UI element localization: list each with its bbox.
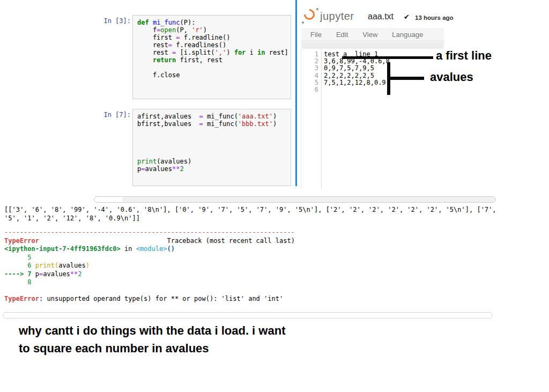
cell-prompt-in3: In [3]: xyxy=(103,17,131,25)
line xyxy=(137,143,291,150)
annotation-first-line-label: a first line xyxy=(436,49,492,63)
gutter-separator xyxy=(321,48,322,189)
line: 3 xyxy=(306,65,318,72)
line: <ipython-input-7-4ff91963fdc0> in <modul… xyxy=(4,245,295,254)
line xyxy=(137,150,291,158)
line: bfirst,bvalues = mi_func('bbb.txt') xyxy=(137,120,291,128)
horizontal-scrollbar-top[interactable] xyxy=(94,196,496,203)
line: print(avalues) xyxy=(137,158,291,165)
menu-language[interactable]: Language xyxy=(392,31,423,39)
question-line-1: why cantt i do things with the data i lo… xyxy=(19,322,285,339)
line: p=avalues**2 xyxy=(137,165,291,173)
jupyter-logo-dot xyxy=(302,21,304,24)
line: f=open(P, 'r') xyxy=(137,26,291,34)
line: rest= f.readlines() xyxy=(137,41,291,49)
line: 7,5,1,2,12,8,0.9 xyxy=(324,79,390,86)
horizontal-scrollbar-bottom[interactable] xyxy=(3,312,493,319)
cell-output-text: [['3', '6', '8', '99', '-4', '0.6', '8\n… xyxy=(4,205,496,223)
traceback-output: ----------------------------------------… xyxy=(4,228,295,304)
line xyxy=(137,135,291,143)
jupyter-logo-icon[interactable] xyxy=(302,7,317,22)
line-number-gutter: 123456 xyxy=(306,51,318,93)
line: 6 xyxy=(306,86,318,93)
line xyxy=(324,86,390,93)
code-area: def mi_func(P): f=open(P, 'r') first = f… xyxy=(133,16,291,79)
line: return first, rest xyxy=(137,56,291,64)
saved-checkmark-icon: ✔ xyxy=(404,13,410,21)
line: 8 xyxy=(4,278,295,287)
line: f.close xyxy=(137,71,291,79)
menu-view[interactable]: View xyxy=(362,31,377,39)
question-line-2: to square each number in avalues xyxy=(19,339,285,357)
line xyxy=(137,64,291,71)
line: ----> 7 p=avalues**2 xyxy=(4,270,295,279)
menu-edit[interactable]: Edit xyxy=(336,31,348,39)
line: 5 xyxy=(4,254,295,262)
line: rest = [i.split(',') for i in rest] xyxy=(137,49,291,56)
code-area: afirst,avalues = mi_func('aaa.txt')bfirs… xyxy=(133,109,291,173)
user-question-text: why cantt i do things with the data i lo… xyxy=(19,322,285,357)
line: 4 xyxy=(306,72,318,79)
menu-file[interactable]: File xyxy=(310,31,322,39)
selected-cell-border xyxy=(295,0,297,186)
screenshot-root: In [3]: def mi_func(P): f=open(P, 'r') f… xyxy=(0,0,549,392)
line: [['3', '6', '8', '99', '-4', '0.6', '8\n… xyxy=(4,205,496,214)
line: 0,9,7,5,7,9,5 xyxy=(324,65,390,72)
line: afirst,avalues = mi_func('aaa.txt') xyxy=(137,113,291,120)
last-saved-timestamp: 13 hours ago xyxy=(415,14,454,21)
line: def mi_func(P): xyxy=(137,19,291,26)
line xyxy=(137,128,291,135)
line: 6 print(avalues) xyxy=(4,262,295,270)
code-cell-input-3[interactable]: def mi_func(P): f=open(P, 'r') first = f… xyxy=(132,15,291,99)
annotation-avalues-label: avalues xyxy=(430,70,473,84)
annotation-pointer-line xyxy=(342,56,433,59)
editor-menubar: File Edit View Language xyxy=(301,28,444,41)
editor-toolbar-strip xyxy=(301,42,444,49)
jupyter-logo-text[interactable]: jupyter xyxy=(320,10,354,23)
code-cell-input-7[interactable]: afirst,avalues = mi_func('aaa.txt')bfirs… xyxy=(132,109,291,186)
cell-prompt-in7: In [7]: xyxy=(103,111,131,119)
annotation-bracket-horizontal xyxy=(390,77,424,80)
line: TypeError: unsupported operand type(s) f… xyxy=(4,295,295,304)
line: TypeError Traceback (most recent call la… xyxy=(4,237,295,246)
line: first = f.readline() xyxy=(137,34,291,41)
line: '5', '1', '2', '12', '8', '0.9\n']] xyxy=(4,214,496,223)
editor-left-border xyxy=(301,48,301,189)
scrollbar-thumb[interactable] xyxy=(122,197,495,202)
line xyxy=(4,287,295,295)
jupyter-logo-dot xyxy=(316,8,318,10)
editor-filename[interactable]: aaa.txt xyxy=(368,12,394,21)
line: 2,2,2,2,2,2,5 xyxy=(324,72,390,79)
line: ----------------------------------------… xyxy=(4,228,295,237)
